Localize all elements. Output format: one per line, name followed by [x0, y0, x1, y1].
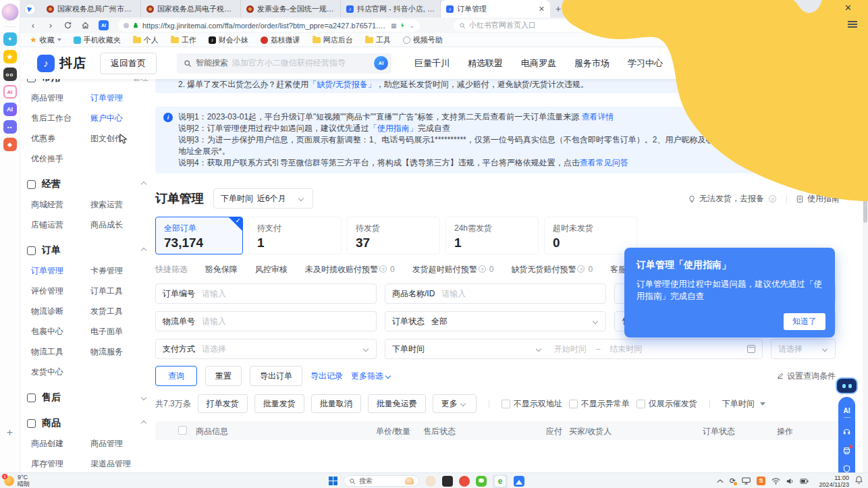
extension-icon-purple[interactable]: [609, 21, 619, 30]
batch-free-shipping-button[interactable]: 批量免运费: [368, 394, 426, 413]
taskbar-pin-app-icon[interactable]: [459, 476, 470, 487]
customer-service-icon[interactable]: [842, 427, 851, 436]
info-circle-icon[interactable]: ?: [769, 195, 776, 202]
taskbar-search[interactable]: 搜索: [344, 475, 419, 487]
report-shortage-link[interactable]: 无法发货，去报备: [699, 193, 764, 205]
hide-double-address-checkbox[interactable]: 不显示双地址: [501, 398, 562, 410]
hide-abnormal-checkbox[interactable]: 不显示异常单: [569, 398, 630, 410]
nav-qianchuan[interactable]: 巨量千川: [414, 57, 450, 70]
assistant-robot-icon[interactable]: [836, 377, 858, 394]
reload-icon[interactable]: [63, 21, 73, 30]
sidebar-item[interactable]: 发货中心: [31, 367, 90, 378]
query-settings-link[interactable]: 设置查询条件: [776, 371, 836, 382]
tab-close-icon[interactable]: ✕: [539, 5, 545, 13]
taskbar-app-icon[interactable]: [425, 476, 436, 487]
order-status-select[interactable]: 订单状态全部: [385, 311, 606, 331]
order-no-input[interactable]: 订单编号请输入: [155, 283, 377, 304]
home-icon[interactable]: [81, 21, 90, 30]
faq-link[interactable]: 查看常见问答: [580, 158, 628, 167]
bookmark-lizhi[interactable]: 荔枝微课: [261, 35, 300, 45]
extension-icon-pin[interactable]: [641, 21, 650, 30]
taskbar-app-icon-blue[interactable]: [514, 476, 524, 487]
sidebar-item[interactable]: 搜索运营: [90, 199, 148, 211]
tab-tax-bureau-e[interactable]: 国家税务总局电子税务局: [141, 0, 241, 18]
view-details-link[interactable]: 查看详情: [581, 112, 614, 121]
export-log-link[interactable]: 导出记录: [310, 371, 343, 382]
bookmark-tools[interactable]: 工具: [365, 35, 391, 45]
tab-doudian-home[interactable]: ♪ 抖店官网 - 抖音小店, 抖音电商: [341, 0, 441, 18]
usage-guide-link[interactable]: 「使用指南」: [369, 124, 418, 133]
page-scrollbar[interactable]: [863, 47, 868, 472]
card-pending-payment[interactable]: 待支付 1: [248, 217, 342, 254]
urge-ship-only-checkbox[interactable]: 仅展示催发货: [636, 398, 697, 410]
usage-guide-link[interactable]: 使用指南: [807, 193, 840, 205]
windows-start-icon[interactable]: [329, 477, 337, 485]
sidebar-item[interactable]: 库存管理: [31, 458, 90, 470]
sidebar-item[interactable]: 优惠券: [31, 133, 90, 144]
menu-hamburger-icon[interactable]: [848, 21, 857, 28]
filter-risk[interactable]: 风控审核: [255, 264, 288, 275]
wifi-icon[interactable]: [771, 478, 780, 485]
card-overdue[interactable]: 超时未发货 0: [544, 217, 637, 254]
sidebar-item[interactable]: 商品管理: [31, 92, 90, 104]
rail-app-icon[interactable]: ✦: [3, 32, 17, 46]
profile-avatar[interactable]: [1, 3, 19, 21]
bookmark-mobile[interactable]: 手机收藏夹: [74, 35, 121, 45]
extension-icon-doc[interactable]: W: [625, 21, 634, 30]
chevron-up-icon[interactable]: [141, 421, 146, 426]
site-info-icon[interactable]: [124, 23, 129, 28]
bookmark-work[interactable]: 工作: [171, 35, 196, 45]
smart-search-box[interactable]: 智能搜索 添加官方小二微信获得经营指导 AI: [177, 53, 391, 74]
filter-ship-timeout[interactable]: 发货超时赔付预警?0: [412, 264, 494, 275]
sidebar-item-active[interactable]: 订单管理: [31, 265, 90, 277]
sidebar-item[interactable]: 售后工作台: [31, 113, 90, 124]
taskbar-app-icon[interactable]: [442, 476, 453, 487]
sidebar-item[interactable]: 渠道品管理: [90, 458, 148, 470]
browser-logo-icon[interactable]: [24, 3, 36, 15]
sidebar-item[interactable]: 商城经营: [31, 199, 90, 211]
query-button[interactable]: 查询: [155, 366, 197, 386]
shortage-report-link[interactable]: 「缺货/无货报备」: [308, 80, 375, 89]
remote-pc-icon[interactable]: [742, 477, 751, 485]
nav-learning[interactable]: 学习中心: [628, 57, 663, 70]
date-range-picker[interactable]: 下单时间 开始时间 – 结束时间: [385, 339, 763, 359]
bookmark-shop-admin[interactable]: 网店后台: [313, 35, 353, 45]
battery-icon[interactable]: [800, 479, 809, 484]
sidebar-item[interactable]: 店铺运营: [31, 219, 90, 231]
card-pending-shipment[interactable]: 待发货 37: [347, 217, 440, 254]
game-app-icon[interactable]: ◆: [3, 138, 17, 151]
card-all-orders[interactable]: 全部订单 73,174 ✓: [155, 217, 243, 254]
qrcode-icon[interactable]: ▦: [391, 22, 397, 29]
ai-plus-icon[interactable]: AI: [3, 85, 17, 99]
addr-dropdown-icon[interactable]: ⌄: [409, 22, 414, 29]
back-home-button[interactable]: 返回首页: [100, 53, 157, 74]
batch-cancel-button[interactable]: 批量取消: [311, 394, 361, 413]
chevron-up-icon[interactable]: [141, 248, 146, 253]
scrollbar-thumb[interactable]: [863, 159, 867, 223]
filter-pickup-warning[interactable]: 未及时揽收赔付预警?0: [305, 264, 395, 275]
back-icon[interactable]: ‹: [28, 21, 38, 30]
sidebar-item[interactable]: 物流诊断: [31, 306, 90, 317]
nav-luopan[interactable]: 电商罗盘: [521, 57, 556, 70]
taskbar-clock[interactable]: 11:00 2024/11/23: [819, 475, 849, 488]
product-input[interactable]: 商品名称/ID请输入: [385, 283, 606, 304]
notification-bell-icon[interactable]: [855, 476, 863, 484]
bookmark-finance[interactable]: ♪财会小妹: [209, 35, 248, 45]
nav-market[interactable]: 服务市场: [574, 57, 609, 70]
assistant-app-icon[interactable]: ••: [3, 120, 17, 134]
address-bar[interactable]: https://fxg.jinritemai.com/ffa/morder/or…: [118, 20, 420, 32]
wechat-icon[interactable]: [476, 476, 487, 487]
order-time-filter[interactable]: 下单时间 近6个月: [213, 188, 313, 209]
sidebar-item[interactable]: 商品管理: [90, 438, 148, 450]
sync-icon[interactable]: ⟳: [730, 477, 736, 485]
sidebar-item[interactable]: 优价推手: [31, 153, 90, 165]
sort-by-order-time[interactable]: 下单时间: [722, 398, 765, 410]
tab-tax-bureau-gz[interactable]: 国家税务总局广州市税务局: [41, 0, 141, 18]
sidebar-item[interactable]: 订单工具: [90, 286, 148, 297]
taskbar-weather[interactable]: 1 9°C晴朗: [4, 474, 30, 487]
sidebar-item[interactable]: 电子面单: [90, 326, 148, 337]
nav-jingxuan[interactable]: 精选联盟: [468, 57, 503, 70]
sidebar-item[interactable]: 物流工具: [31, 346, 90, 358]
pending-price-button[interactable]: 待改价商品 6: [687, 53, 744, 74]
speed-lightning-icon[interactable]: [400, 22, 406, 29]
